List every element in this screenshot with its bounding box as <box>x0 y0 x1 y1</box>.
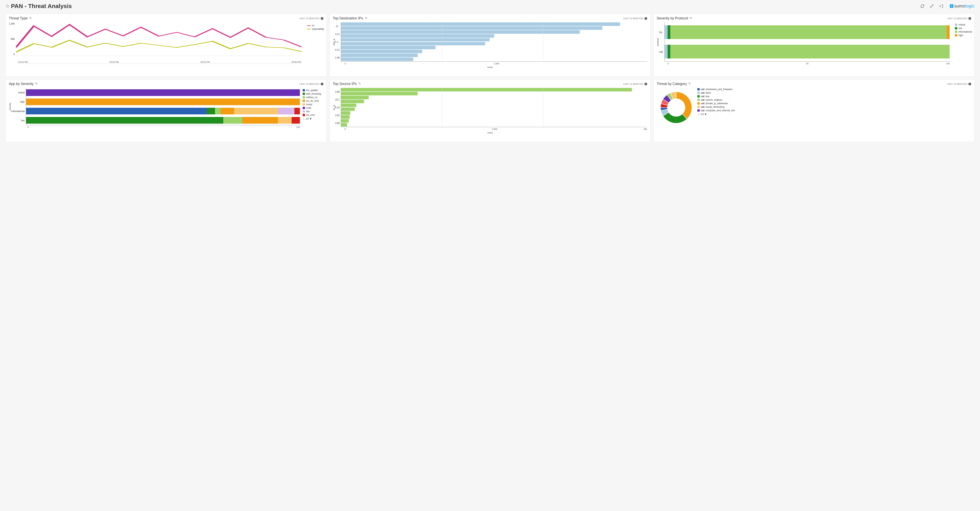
time-range: LAST 15 MINUTES <box>623 83 643 85</box>
search-icon[interactable] <box>689 17 692 20</box>
legend-label: cat: flood <box>701 91 711 94</box>
pager-prev-icon[interactable]: ▲ <box>697 113 700 116</box>
ytick: 0 <box>9 53 15 56</box>
stacked-bar-chart <box>26 88 300 125</box>
svg-point-2 <box>365 17 366 18</box>
refresh-icon[interactable] <box>920 4 924 8</box>
legend-label: cat: private_ip_addresses <box>701 102 728 105</box>
panel-title: Severity by Protocol <box>657 16 688 21</box>
pager-next-icon[interactable]: ▼ <box>704 113 707 116</box>
legend-item: msrpc <box>306 103 313 106</box>
legend-item: dns <box>306 110 310 113</box>
line-chart <box>16 22 302 60</box>
time-range: LAST 15 MINUTES <box>947 17 967 20</box>
bar <box>341 46 436 49</box>
ytick: high <box>11 101 25 103</box>
bar-segment <box>665 25 668 39</box>
ytick: 4.12 <box>335 48 340 51</box>
bar-chart <box>341 22 647 62</box>
legend-swatch <box>697 92 700 94</box>
legend-label: cat: search_engines <box>701 99 722 101</box>
pager-prev-icon[interactable]: ▲ <box>302 117 305 120</box>
bar-segment <box>223 117 242 124</box>
page-title: PAN - Threat Analysis <box>11 3 72 10</box>
ytick: 1.1 <box>335 41 340 43</box>
star-icon[interactable]: ☆ <box>5 3 10 9</box>
legend-swatch <box>697 106 700 108</box>
search-icon[interactable] <box>688 82 691 86</box>
legend-item: cat: shareware_and_freeware <box>697 88 971 91</box>
ytick: critical <box>11 91 25 94</box>
info-icon[interactable]: i <box>321 17 323 20</box>
panel-title: Threat by Category <box>657 82 687 86</box>
legend-item: cat: social_networking <box>697 105 971 108</box>
bar <box>341 123 347 126</box>
ytick: tcp <box>659 31 663 34</box>
bar-segment <box>668 25 670 39</box>
search-icon[interactable] <box>35 82 38 86</box>
bar-segment <box>26 117 223 124</box>
svg-point-6 <box>689 83 690 84</box>
legend-label: cat: any <box>701 95 710 98</box>
donut-chart <box>657 88 696 127</box>
svg-point-4 <box>35 83 37 84</box>
info-icon[interactable]: i <box>644 83 647 85</box>
panel-title: Top Source IPs <box>333 82 357 86</box>
legend-swatch <box>697 99 700 101</box>
legend-swatch <box>697 88 700 91</box>
bar-segment <box>670 45 950 59</box>
xtick: 10K <box>643 128 648 130</box>
xtick: 05:00 PM <box>292 61 301 63</box>
bar <box>341 107 355 111</box>
xtick: 0 <box>27 126 29 128</box>
search-icon[interactable] <box>365 17 368 20</box>
bar <box>341 119 349 123</box>
legend-critical: critical <box>958 23 965 26</box>
bar-segment <box>26 89 300 96</box>
ytick: 3.92 <box>335 114 340 117</box>
bar-segment <box>670 25 947 39</box>
ytick: 2.48 <box>335 56 340 59</box>
legend-item: ms_ds_smb <box>306 99 319 102</box>
x-axis-label: count <box>333 131 648 134</box>
svg-point-5 <box>359 83 360 84</box>
bar-segment <box>221 108 234 114</box>
panel-threat-by-category: Threat by Category LAST 15 MINUTES i cat… <box>653 79 975 142</box>
search-icon[interactable] <box>358 82 361 86</box>
svg-point-3 <box>690 17 692 18</box>
xtick: 04:45 PM <box>18 61 28 63</box>
info-icon[interactable]: i <box>969 83 971 85</box>
bar-segment <box>947 25 950 39</box>
bar-segment <box>668 45 670 59</box>
expand-icon[interactable] <box>930 4 934 8</box>
pager-next-icon[interactable]: ▼ <box>309 117 312 120</box>
panel-threat-type: Threat Type LAST 15 MINUTES i url vulner… <box>5 14 327 77</box>
search-icon[interactable] <box>29 17 32 20</box>
info-icon[interactable]: i <box>321 83 323 85</box>
bar-segment <box>234 108 278 114</box>
legend-item: netbios_ns <box>306 96 318 99</box>
time-range: LAST 15 MINUTES <box>623 17 643 20</box>
y-axis-label: severity <box>9 88 11 125</box>
panel-top-dest-ips: Top Destination IPs LAST 15 MINUTES i de… <box>329 14 651 77</box>
info-icon[interactable]: i <box>644 17 647 20</box>
x-axis-label: count <box>333 66 648 68</box>
bar <box>341 22 620 26</box>
pager-text: 1/2 <box>306 117 309 120</box>
bar <box>341 34 494 38</box>
bar-segment <box>665 45 668 59</box>
legend-item: ms_sms <box>306 113 315 117</box>
legend-swatch <box>697 109 700 112</box>
legend-url: url <box>312 24 314 27</box>
logo-text-2: logic <box>965 3 975 9</box>
ytick: 10.1 <box>335 98 340 101</box>
ytick: low <box>11 119 25 122</box>
info-icon[interactable]: i <box>969 17 971 20</box>
bar <box>341 104 356 107</box>
xtick: 0 <box>345 128 346 130</box>
bar <box>341 54 418 57</box>
pager-text: 1/2 <box>700 113 704 116</box>
time-range: LAST 15 MINUTES <box>947 83 967 85</box>
share-icon[interactable] <box>939 4 943 8</box>
legend: critical low informational high <box>955 23 972 37</box>
